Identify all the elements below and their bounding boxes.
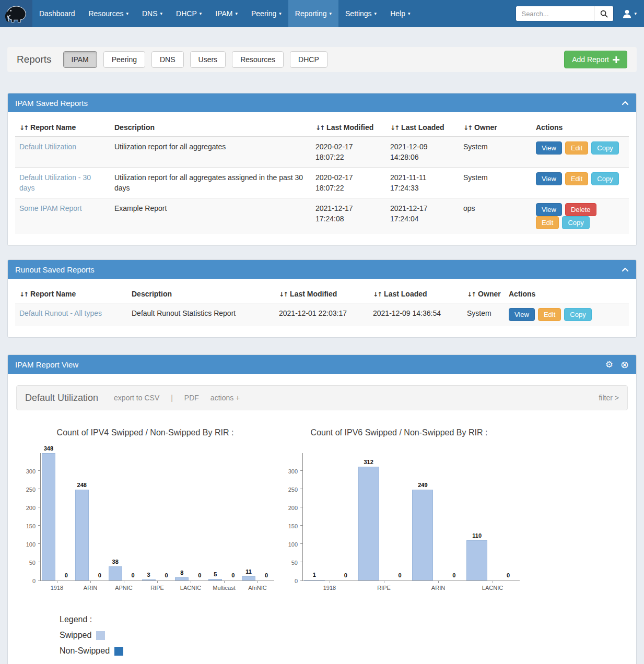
swipped-bar: 348 [42, 453, 55, 580]
nav-item-resources[interactable]: Resources▾ [82, 0, 135, 27]
category-label: LACNIC [174, 581, 207, 591]
bar-value-label: 0 [165, 572, 168, 578]
actions-cell: ViewEditCopy [532, 168, 629, 198]
pdf-link[interactable]: PDF [184, 394, 199, 402]
copy-button[interactable]: Copy [591, 141, 618, 155]
owner: System [463, 303, 505, 326]
bar-value-label: 0 [507, 572, 510, 578]
bar-group: 1100 [465, 453, 520, 580]
edit-button[interactable]: Edit [565, 141, 588, 155]
table-row: Default Runout - All typesDefault Runout… [15, 303, 629, 326]
view-button[interactable]: View [536, 172, 562, 185]
nav-item-dns[interactable]: DNS▾ [135, 0, 169, 27]
bar-value-label: 110 [472, 532, 482, 539]
copy-button[interactable]: Copy [591, 172, 618, 185]
nav-item-dashboard[interactable]: Dashboard [32, 0, 82, 27]
bar-value-label: 0 [65, 572, 68, 578]
report-name: Default Utilization [25, 393, 98, 404]
x-tick-mark [493, 581, 493, 583]
last-modified-line: 17:24:08 [315, 214, 382, 224]
legend-item: Non-Swipped [60, 643, 636, 659]
tab-peering[interactable]: Peering [103, 51, 145, 68]
owner: ops [459, 198, 532, 234]
sort-icon: ↓↑ [315, 124, 324, 132]
column-header-owner[interactable]: ↓↑Owner [463, 285, 505, 303]
nav-item-dhcp[interactable]: DHCP▾ [169, 0, 208, 27]
report-link[interactable]: Default Runout - All types [19, 309, 102, 317]
column-header-last-loaded[interactable]: ↓↑Last Loaded [369, 285, 463, 303]
y-tick-label: 100 [18, 541, 36, 548]
app-logo[interactable] [0, 0, 32, 27]
nav-item-ipam[interactable]: IPAM▾ [208, 0, 244, 27]
search-button[interactable] [594, 6, 614, 21]
nav-item-label: Reporting [295, 9, 327, 18]
search-input[interactable] [516, 6, 594, 21]
chevron-down-icon: ▾ [329, 11, 332, 16]
collapse-chevron-icon[interactable] [622, 267, 629, 272]
y-tick-label: 200 [280, 505, 298, 511]
runout-reports-table: ↓↑Report NameDescription↓↑Last Modified↓… [15, 285, 629, 326]
chevron-down-icon: ▾ [235, 11, 238, 16]
export-to-csv-link[interactable]: export to CSV [114, 394, 159, 402]
sort-icon: ↓↑ [19, 291, 28, 298]
last-modified: 2021-12-1717:24:08 [311, 198, 386, 234]
report-link[interactable]: Default Utilization - 30 days [19, 173, 91, 192]
edit-button[interactable]: Edit [536, 216, 559, 229]
report-link[interactable]: Default Utilization [19, 143, 76, 151]
x-tick-mark [438, 581, 439, 583]
column-header-last-modified[interactable]: ↓↑Last Modified [275, 285, 369, 303]
view-button[interactable]: View [536, 141, 562, 155]
report-description: Default Runout Statistics Report [127, 303, 275, 326]
report-link[interactable]: Some IPAM Report [19, 204, 82, 212]
plus-icon [613, 56, 619, 63]
bar-group: 110 [241, 453, 274, 580]
nav-item-label: IPAM [215, 9, 232, 18]
y-tick-label: 250 [280, 487, 298, 493]
column-header-description: Description [110, 118, 311, 137]
edit-button[interactable]: Edit [565, 172, 588, 185]
y-tick-mark [38, 507, 41, 507]
category-name: 1918 [323, 585, 336, 591]
x-tick-mark [157, 581, 158, 583]
filter-toggle[interactable]: filter > [599, 394, 619, 402]
nav-item-label: DHCP [176, 9, 197, 18]
chevron-down-icon: ▾ [634, 11, 637, 16]
delete-button[interactable]: Delete [565, 203, 596, 216]
category-label: AfriNIC [241, 581, 274, 591]
bar-value-label: 348 [44, 445, 53, 452]
column-header-last-loaded[interactable]: ↓↑Last Loaded [386, 118, 459, 137]
category-label: ARIN [74, 581, 107, 591]
nav-item-help[interactable]: Help▾ [383, 0, 417, 27]
view-button[interactable]: View [536, 203, 562, 216]
add-report-button[interactable]: Add Report [564, 51, 627, 68]
column-header-last-modified[interactable]: ↓↑Last Modified [311, 118, 386, 137]
nav-item-reporting[interactable]: Reporting▾ [288, 0, 338, 27]
nav-item-settings[interactable]: Settings▾ [338, 0, 383, 27]
user-menu[interactable]: ▾ [622, 9, 637, 19]
view-button[interactable]: View [509, 308, 535, 321]
tab-dhcp[interactable]: DHCP [290, 51, 327, 68]
column-header-report-name[interactable]: ↓↑Report Name [15, 118, 110, 137]
collapse-chevron-icon[interactable] [622, 100, 629, 105]
tab-resources[interactable]: Resources [232, 51, 284, 68]
category-label: RIPE [357, 581, 411, 591]
last-loaded-line: 2021-11-11 [390, 172, 455, 183]
actions-link[interactable]: actions + [210, 394, 240, 402]
copy-button[interactable]: Copy [562, 216, 589, 229]
tab-users[interactable]: Users [190, 51, 226, 68]
nav-item-peering[interactable]: Peering▾ [244, 0, 288, 27]
reports-bar: Reports IPAMPeeringDNSUsersResourcesDHCP… [7, 47, 637, 72]
copy-button[interactable]: Copy [564, 308, 591, 321]
column-header-report-name[interactable]: ↓↑Report Name [15, 285, 127, 303]
gear-icon[interactable]: ⚙ [605, 360, 613, 369]
tab-dns[interactable]: DNS [151, 51, 184, 68]
edit-button[interactable]: Edit [538, 308, 561, 321]
close-circle-icon[interactable]: ⊗ [620, 360, 629, 370]
column-header-owner[interactable]: ↓↑Owner [459, 118, 532, 137]
x-tick-mark [257, 581, 258, 583]
actions-cell: ViewEditCopy [505, 303, 629, 326]
tab-ipam[interactable]: IPAM [63, 51, 97, 68]
last-loaded-line: 17:24:04 [390, 214, 455, 224]
chevron-down-icon: ▾ [160, 11, 163, 16]
column-label: Owner [478, 290, 501, 298]
